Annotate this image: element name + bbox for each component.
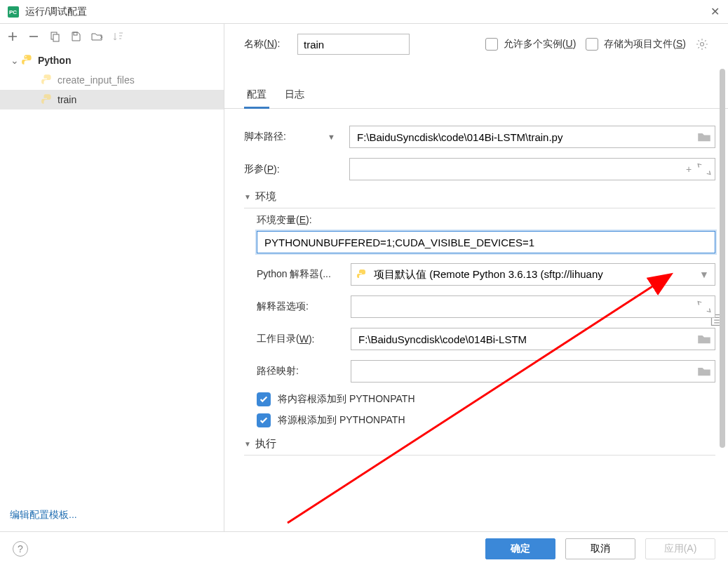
tree-node-train[interactable]: train [0,90,224,109]
folder-icon[interactable] [697,130,711,144]
checkbox-icon [485,38,498,51]
pycharm-icon: PC [7,6,20,18]
add-icon[interactable] [4,28,21,45]
ok-button[interactable]: 确定 [485,538,555,559]
checkbox-checked-icon [257,413,271,427]
name-row: 名称(N): 允许多个实例(U) 存储为项目文件(S) [224,24,728,62]
sidebar: ⌄ Python create_input_files train 编辑配置模板… [0,24,224,531]
row-script-path: 脚本路径:▼ [244,126,715,148]
row-args: 形参(P): + [244,158,715,180]
main-area: ⌄ Python create_input_files train 编辑配置模板… [0,24,728,531]
section-env-header[interactable]: ▼环境 [244,190,715,204]
workdir-label: 工作目录(W): [257,333,344,345]
svg-text:PC: PC [9,9,17,15]
tab-config[interactable]: 配置 [244,83,269,108]
window-title: 运行/调试配置 [25,6,708,18]
python-icon [41,93,53,106]
expand-icon[interactable] [697,300,711,314]
tabs: 配置 日志 [224,83,728,109]
row-interpreter: Python 解释器(... ▼ [257,263,715,286]
allow-multi-label: 允许多个实例(U) [504,38,576,51]
name-label: 名称(N): [244,38,288,51]
workdir-input[interactable] [351,328,715,350]
args-input[interactable] [349,158,715,180]
dropdown-icon[interactable]: ▼ [697,267,711,281]
section-env: ▼环境 [244,190,715,208]
interpreter-label: Python 解释器(... [257,268,344,281]
save-icon[interactable] [67,28,84,45]
pathmap-label: 路径映射: [257,365,344,378]
tree-node-create-input-files[interactable]: create_input_files [0,70,224,90]
triangle-down-icon: ▼ [244,193,251,201]
interpreter-opts-input[interactable] [351,295,715,318]
config-tree: ⌄ Python create_input_files train [0,49,224,503]
row-pathmap: 路径映射: [257,360,715,383]
dialog-footer: ? 确定 取消 应用(A) [0,531,728,565]
tree-node-python[interactable]: ⌄ Python [0,51,224,70]
args-label: 形参(P): [244,163,342,175]
checkbox-checked-icon [257,392,271,406]
env-vars-label: 环境变量(E): [257,214,715,227]
form-scroll: 脚本路径:▼ 形参(P): + ▼环境 环境变量(E): [224,109,728,531]
vertical-scrollbar[interactable] [718,69,727,531]
script-path-input[interactable] [349,126,715,148]
sidebar-toolbar [0,24,224,49]
remove-icon[interactable] [25,28,42,45]
gear-icon[interactable] [696,38,708,51]
row-workdir: 工作目录(W): [257,328,715,350]
folder-move-icon[interactable] [88,28,105,45]
interpreter-opts-label: 解释器选项: [257,300,344,313]
allow-multi-checkbox[interactable]: 允许多个实例(U) [485,38,576,51]
svg-rect-5 [74,32,77,35]
script-path-label: 脚本路径:▼ [244,131,342,143]
title-bar: PC 运行/调试配置 ✕ [0,0,728,24]
python-icon [356,269,368,280]
tree-label: train [58,94,76,105]
content-root-label: 将内容根添加到 PYTHONPATH [278,393,415,406]
tree-label: Python [38,55,71,66]
name-input[interactable] [297,34,410,55]
interpreter-select[interactable] [351,263,715,286]
section-exec-header[interactable]: ▼执行 [244,437,715,451]
svg-rect-4 [53,34,59,41]
expand-icon[interactable] [697,162,711,176]
sidebar-footer: 编辑配置模板... [0,503,224,531]
checkbox-content-root[interactable]: 将内容根添加到 PYTHONPATH [257,392,715,406]
tree-label: create_input_files [58,74,135,86]
pathmap-input[interactable] [351,360,715,383]
python-icon [21,54,34,67]
source-root-label: 将源根添加到 PYTHONPATH [278,414,405,427]
store-project-label: 存储为项目文件(S) [604,38,686,51]
folder-icon[interactable] [697,332,711,346]
close-icon[interactable]: ✕ [708,6,721,18]
checkbox-source-root[interactable]: 将源根添加到 PYTHONPATH [257,413,715,427]
store-project-checkbox[interactable]: 存储为项目文件(S) [586,38,686,51]
triangle-down-icon: ▼ [244,440,251,448]
edit-templates-link[interactable]: 编辑配置模板... [10,509,77,520]
help-icon[interactable]: ? [13,541,28,557]
chevron-down-icon: ⌄ [10,55,20,66]
tab-log[interactable]: 日志 [282,83,307,108]
env-vars-input[interactable] [257,231,715,253]
svg-point-7 [701,43,704,46]
python-icon [41,74,53,86]
apply-button: 应用(A) [645,538,715,559]
row-interpreter-opts: 解释器选项: [257,295,715,318]
sort-icon[interactable] [109,28,126,45]
copy-icon[interactable] [46,28,63,45]
cancel-button[interactable]: 取消 [565,538,635,559]
content-panel: 名称(N): 允许多个实例(U) 存储为项目文件(S) 配置 日志 脚本路径:▼ [224,24,728,531]
folder-icon[interactable] [697,364,711,378]
plus-icon[interactable]: + [682,162,696,176]
section-exec: ▼执行 [244,437,715,456]
svg-point-6 [25,56,27,58]
dropdown-icon[interactable]: ▼ [328,133,335,141]
checkbox-icon [586,38,598,51]
